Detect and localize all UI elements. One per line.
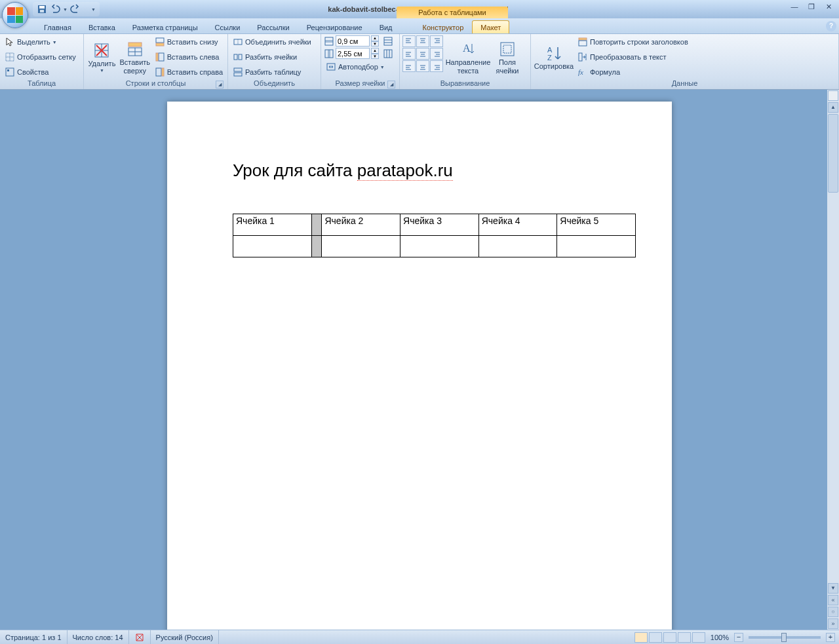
table-cell[interactable] xyxy=(400,236,479,257)
svg-rect-6 xyxy=(6,68,14,76)
autofit-button[interactable]: Автоподбор ▼ xyxy=(324,60,393,73)
document-area: Урок для сайта paratapok.ru Ячейка 1 Яче… xyxy=(0,90,839,630)
align-tc[interactable] xyxy=(416,35,429,47)
status-proofing[interactable] xyxy=(129,630,151,644)
tab-mailings[interactable]: Рассылки xyxy=(248,20,298,33)
distribute-rows-icon[interactable] xyxy=(383,36,393,47)
rows-cols-launcher[interactable]: ◢ xyxy=(216,81,224,88)
zoom-slider[interactable] xyxy=(749,636,821,639)
repeat-header-icon xyxy=(577,37,588,47)
table-cell[interactable] xyxy=(478,236,557,257)
text-direction-button[interactable]: A Направление текста xyxy=(444,35,492,79)
help-button[interactable]: ? xyxy=(826,21,836,31)
table-cell[interactable] xyxy=(557,236,636,257)
document-heading[interactable]: Урок для сайта paratapok.ru xyxy=(233,161,606,181)
tab-home[interactable]: Главная xyxy=(35,20,80,33)
table-cell-selected[interactable] xyxy=(311,214,322,236)
restore-button[interactable]: ❐ xyxy=(805,1,818,12)
insert-left-icon xyxy=(155,52,165,62)
insert-right-button[interactable]: Вставить справа xyxy=(153,66,225,79)
tab-view[interactable]: Вид xyxy=(371,20,401,33)
table-cell[interactable]: Ячейка 1 xyxy=(233,214,312,236)
insert-left-button[interactable]: Вставить слева xyxy=(153,50,225,64)
align-ml[interactable] xyxy=(402,48,416,60)
qat-customize-icon[interactable]: ▼ xyxy=(91,7,96,12)
delete-button[interactable]: Удалить▼ xyxy=(87,35,117,79)
merge-cells-icon xyxy=(233,37,243,47)
view-print-layout[interactable] xyxy=(634,632,648,643)
tab-references[interactable]: Ссылки xyxy=(206,20,249,33)
tab-layout[interactable]: Макет xyxy=(472,20,509,33)
insert-right-icon xyxy=(155,67,165,77)
minimize-button[interactable]: — xyxy=(788,1,801,12)
zoom-in-button[interactable]: + xyxy=(826,633,835,642)
insert-above-button[interactable]: Вставить сверху xyxy=(119,35,151,79)
view-outline[interactable] xyxy=(678,632,691,643)
align-mc[interactable] xyxy=(416,48,429,60)
align-mr[interactable] xyxy=(430,48,443,60)
save-icon[interactable] xyxy=(37,4,47,14)
table-cell[interactable]: Ячейка 5 xyxy=(557,214,636,236)
align-bc[interactable] xyxy=(416,60,429,72)
office-button[interactable] xyxy=(2,2,28,28)
group-merge: Объединить ячейки Разбить ячейки Разбить… xyxy=(228,34,321,89)
redo-icon[interactable] xyxy=(70,4,81,14)
properties-button[interactable]: Свойства xyxy=(3,66,78,79)
height-down[interactable]: ▼ xyxy=(371,41,379,47)
scroll-up-button[interactable]: ▲ xyxy=(828,102,838,113)
sort-button[interactable]: AZ Сортировка xyxy=(534,35,574,79)
tab-review[interactable]: Рецензирование xyxy=(298,20,371,33)
undo-dropdown-icon[interactable]: ▼ xyxy=(63,7,68,12)
align-bl[interactable] xyxy=(402,60,416,72)
select-browse-object[interactable]: ○ xyxy=(828,607,838,617)
view-draft[interactable] xyxy=(692,632,705,643)
tab-page-layout[interactable]: Разметка страницы xyxy=(124,20,206,33)
split-table-button[interactable]: Разбить таблицу xyxy=(231,66,313,79)
table-cell-selected[interactable] xyxy=(311,236,322,257)
cell-margins-button[interactable]: Поля ячейки xyxy=(493,35,522,79)
ruler-toggle[interactable] xyxy=(828,90,838,101)
cell-size-launcher[interactable]: ◢ xyxy=(387,81,395,88)
align-br[interactable] xyxy=(430,60,443,72)
view-full-screen[interactable] xyxy=(649,632,662,643)
tab-design[interactable]: Конструктор xyxy=(414,20,473,33)
browse-next-button[interactable]: » xyxy=(828,618,838,629)
formula-button[interactable]: fxФормула xyxy=(576,66,690,79)
align-tl[interactable] xyxy=(402,35,416,47)
select-button[interactable]: Выделить ▼ xyxy=(3,35,78,48)
status-word-count[interactable]: Число слов: 14 xyxy=(68,630,129,644)
table-cell[interactable]: Ячейка 3 xyxy=(400,214,479,236)
convert-text-button[interactable]: Преобразовать в текст xyxy=(576,50,690,64)
scroll-down-button[interactable]: ▼ xyxy=(828,583,838,594)
row-height-input[interactable] xyxy=(336,35,370,47)
distribute-cols-icon[interactable] xyxy=(383,48,393,59)
view-web-layout[interactable] xyxy=(663,632,676,643)
document-table[interactable]: Ячейка 1 Ячейка 2 Ячейка 3 Ячейка 4 Ячей… xyxy=(233,214,636,257)
table-cell[interactable]: Ячейка 4 xyxy=(478,214,557,236)
view-gridlines-button[interactable]: Отобразить сетку xyxy=(3,50,78,64)
zoom-level[interactable]: 100% xyxy=(711,634,729,641)
align-tr[interactable] xyxy=(430,35,443,47)
table-cell[interactable] xyxy=(233,236,312,257)
height-up[interactable]: ▲ xyxy=(371,35,379,41)
svg-rect-72 xyxy=(579,38,587,40)
zoom-out-button[interactable]: − xyxy=(734,633,743,642)
undo-icon[interactable] xyxy=(50,4,60,14)
table-cell[interactable] xyxy=(322,236,400,257)
width-up[interactable]: ▲ xyxy=(371,48,379,54)
repeat-header-button[interactable]: Повторить строки заголовков xyxy=(576,35,690,48)
close-button[interactable]: ✕ xyxy=(822,1,835,12)
zoom-slider-thumb[interactable] xyxy=(781,633,787,642)
status-language[interactable]: Русский (Россия) xyxy=(151,630,219,644)
page[interactable]: Урок для сайта paratapok.ru Ячейка 1 Яче… xyxy=(167,102,672,630)
status-page[interactable]: Страница: 1 из 1 xyxy=(0,630,68,644)
table-cell[interactable]: Ячейка 2 xyxy=(322,214,400,236)
scroll-thumb[interactable] xyxy=(828,114,838,193)
insert-below-button[interactable]: Вставить снизу xyxy=(153,35,225,48)
col-width-input[interactable] xyxy=(336,48,370,59)
merge-cells-button[interactable]: Объединить ячейки xyxy=(231,35,313,48)
width-down[interactable]: ▼ xyxy=(371,54,379,60)
tab-insert[interactable]: Вставка xyxy=(80,20,124,33)
split-cells-button[interactable]: Разбить ячейки xyxy=(231,50,313,64)
browse-prev-button[interactable]: « xyxy=(828,595,838,605)
